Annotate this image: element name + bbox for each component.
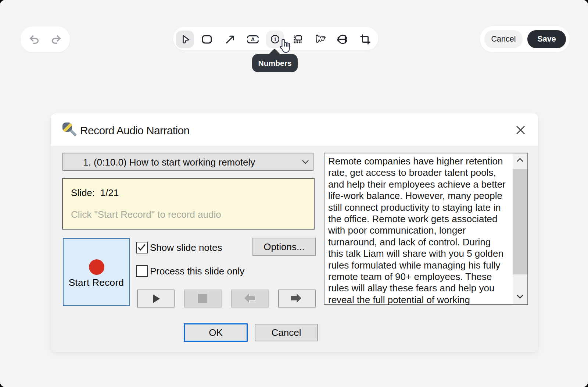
svg-text:1: 1 <box>274 36 276 42</box>
svg-text:A: A <box>251 36 255 42</box>
